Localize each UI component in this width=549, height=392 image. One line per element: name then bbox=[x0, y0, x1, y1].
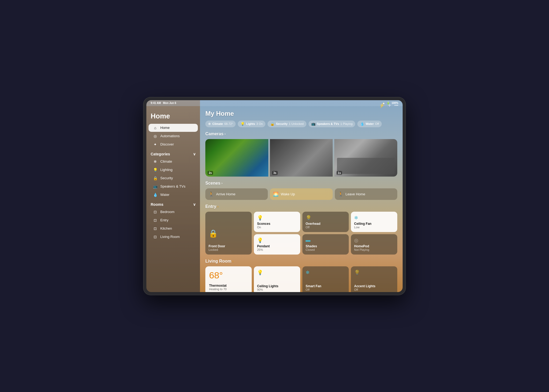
cameras-label: Cameras bbox=[205, 132, 224, 136]
speakers-label: Speakers & TVs bbox=[160, 184, 186, 188]
overhead-card[interactable]: 💡 Overhead Off bbox=[302, 212, 349, 232]
sidebar-item-automations[interactable]: ◎ Automations bbox=[149, 132, 198, 140]
climate-icon: ❄ bbox=[153, 159, 158, 164]
ceiling-fan-status: Low bbox=[354, 226, 394, 229]
sidebar-automations-label: Automations bbox=[160, 134, 180, 138]
water-pill-icon: 💧 bbox=[360, 122, 364, 126]
scenes-section-header[interactable]: Scenes › bbox=[205, 181, 397, 186]
scenes-row: 🚶 Arrive Home 🌅 Wake Up 🚶 Leave Home bbox=[205, 188, 397, 200]
scene-leave-home[interactable]: 🚶 Leave Home bbox=[335, 188, 397, 200]
ceiling-lights-status: 90% bbox=[257, 288, 297, 291]
homepod-icon: ◎ bbox=[354, 237, 394, 243]
front-door-status: Locked bbox=[209, 248, 248, 251]
lighting-icon: 💡 bbox=[153, 168, 158, 172]
thermostat-temp: 68° bbox=[209, 270, 248, 281]
page-title: My Home bbox=[205, 110, 397, 117]
water-pill[interactable]: 💧 Water Off bbox=[357, 121, 382, 127]
ceiling-fan-name: Ceiling Fan bbox=[354, 222, 394, 226]
sidebar-item-speakers[interactable]: 📺 Speakers & TVs bbox=[149, 182, 198, 191]
climate-pill[interactable]: ❄ Climate 68-72° bbox=[205, 121, 236, 127]
speakers-pill-icon: 📺 bbox=[311, 122, 316, 126]
security-pill[interactable]: 🔒 Security 1 Unlocked bbox=[268, 121, 306, 127]
sconces-name: Sconces bbox=[257, 222, 297, 226]
sconces-card[interactable]: 💡 Sconces On bbox=[254, 212, 300, 232]
sidebar-item-bedroom[interactable]: ⊡ Bedroom bbox=[149, 208, 198, 216]
categories-label: Categories bbox=[151, 152, 170, 156]
homepod-card[interactable]: ◎ HomePod Not Playing bbox=[351, 234, 397, 255]
ipad-screen: 9:41 AM Mon Jun 6 ▲ 🔋 100% Home ⌂ Home bbox=[146, 100, 403, 292]
shades-card[interactable]: ▬ Shades Closed bbox=[302, 234, 349, 255]
water-label: Water bbox=[160, 193, 169, 197]
sidebar-item-home[interactable]: ⌂ Home bbox=[149, 124, 198, 132]
pendant-card[interactable]: 💡 Pendant 25% bbox=[254, 234, 300, 255]
climate-pill-label: Climate bbox=[212, 122, 223, 125]
living-room-grid: 68° Thermostat Heating to 70 💡 Ceiling L… bbox=[205, 266, 397, 292]
sidebar-item-kitchen[interactable]: ⊡ Kitchen bbox=[149, 225, 198, 233]
lights-pill-icon: 💡 bbox=[240, 122, 245, 126]
cameras-section-header[interactable]: Cameras › bbox=[205, 132, 397, 136]
security-label: Security bbox=[160, 176, 173, 180]
entry-chevron: › bbox=[217, 205, 218, 208]
pendant-name: Pendant bbox=[257, 244, 297, 248]
lights-pill[interactable]: 💡 Lights 3 On bbox=[238, 121, 265, 127]
living-room-chevron: › bbox=[232, 259, 233, 263]
main-content: ⚡ + ••• My Home ❄ Climate 68-72° bbox=[200, 100, 403, 292]
rooms-header[interactable]: Rooms ∨ bbox=[146, 199, 200, 208]
ceiling-lights-card[interactable]: 💡 Ceiling Lights 90% bbox=[254, 266, 300, 292]
thermostat-card[interactable]: 68° Thermostat Heating to 70 bbox=[205, 266, 252, 292]
arrive-home-icon: 🚶 bbox=[209, 192, 214, 197]
security-pill-value: 1 Unlocked bbox=[289, 122, 304, 125]
living-room-section-header[interactable]: Living Room › bbox=[205, 259, 397, 264]
entry-icon: ⊡ bbox=[153, 218, 158, 222]
smart-fan-status: Off bbox=[306, 288, 346, 291]
ceiling-fan-icon: ❄ bbox=[354, 215, 394, 221]
entry-device-grid: 🔒 Front Door Locked 💡 Sconces On bbox=[205, 212, 397, 255]
wake-up-icon: 🌅 bbox=[273, 192, 279, 197]
water-icon: 💧 bbox=[153, 193, 158, 197]
camera-feed-garage[interactable]: 3s bbox=[270, 139, 333, 177]
discover-icon: ✦ bbox=[153, 142, 158, 147]
sidebar-item-entry[interactable]: ⊡ Entry bbox=[149, 216, 198, 224]
categories-header[interactable]: Categories ∨ bbox=[146, 149, 200, 157]
categories-chevron: ∨ bbox=[193, 152, 196, 156]
kitchen-icon: ⊡ bbox=[153, 226, 158, 231]
status-time: 9:41 AM bbox=[151, 102, 161, 104]
accent-lights-card[interactable]: 💡 Accent Lights Off bbox=[351, 266, 397, 292]
climate-pill-value: 68-72° bbox=[224, 122, 233, 125]
smart-fan-icon: ❄ bbox=[306, 270, 346, 275]
ceiling-fan-card[interactable]: ❄ Ceiling Fan Low bbox=[351, 212, 397, 232]
smart-fan-name: Smart Fan bbox=[306, 284, 346, 288]
rooms-label: Rooms bbox=[151, 202, 163, 207]
sidebar-item-climate[interactable]: ❄ Climate bbox=[149, 158, 198, 166]
sidebar-item-discover[interactable]: ✦ Discover bbox=[149, 140, 198, 148]
speakers-pill[interactable]: 📺 Speakers & TVs 1 Playing bbox=[309, 121, 355, 127]
accent-lights-status: Off bbox=[354, 288, 394, 291]
speakers-pill-value: 1 Playing bbox=[340, 122, 353, 125]
sidebar-item-water[interactable]: 💧 Water bbox=[149, 191, 198, 199]
camera-label-1: 2s bbox=[207, 171, 213, 175]
homepod-status: Not Playing bbox=[354, 248, 394, 251]
homepod-name: HomePod bbox=[354, 244, 394, 248]
scene-wake-up[interactable]: 🌅 Wake Up bbox=[270, 188, 332, 200]
camera-label-2: 3s bbox=[272, 171, 278, 175]
smart-fan-card[interactable]: ❄ Smart Fan Off bbox=[302, 266, 349, 292]
sidebar-item-lighting[interactable]: 💡 Lighting bbox=[149, 166, 198, 174]
status-bar: 9:41 AM Mon Jun 6 ▲ 🔋 100% bbox=[146, 100, 403, 106]
entry-label: Entry bbox=[160, 218, 168, 222]
leave-home-icon: 🚶 bbox=[338, 192, 343, 197]
camera-feed-pool[interactable]: 2s bbox=[205, 139, 268, 177]
overhead-icon: 💡 bbox=[306, 215, 346, 221]
lighting-label: Lighting bbox=[160, 168, 173, 172]
bedroom-label: Bedroom bbox=[160, 210, 175, 214]
sidebar-item-security[interactable]: 🔒 Security bbox=[149, 174, 198, 182]
front-door-card[interactable]: 🔒 Front Door Locked bbox=[205, 212, 252, 255]
entry-section-header[interactable]: Entry › bbox=[205, 204, 397, 209]
scene-arrive-home[interactable]: 🚶 Arrive Home bbox=[205, 188, 268, 200]
lights-pill-label: Lights bbox=[246, 122, 255, 125]
sidebar-item-living-room[interactable]: ⊡ Living Room bbox=[149, 233, 198, 241]
camera-feed-garage2[interactable]: 1s bbox=[334, 139, 397, 177]
climate-label: Climate bbox=[160, 159, 172, 163]
lights-pill-value: 3 On bbox=[256, 122, 263, 125]
living-room-icon: ⊡ bbox=[153, 235, 158, 239]
front-door-name: Front Door bbox=[209, 244, 248, 248]
